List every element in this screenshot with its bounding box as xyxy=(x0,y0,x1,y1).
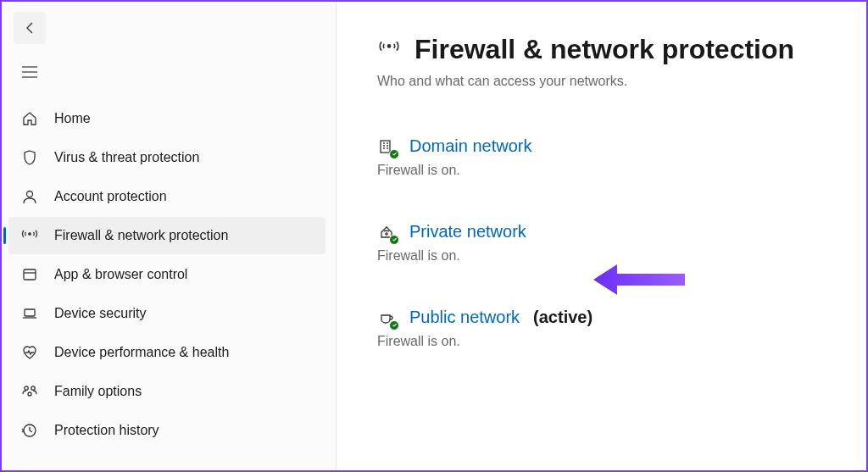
sidebar-item-label: Family options xyxy=(54,384,142,399)
sidebar-item-label: Device performance & health xyxy=(54,345,229,360)
menu-button[interactable] xyxy=(14,56,46,88)
domain-network-link[interactable]: Domain network xyxy=(409,136,532,156)
network-section-private: Private network Firewall is on. xyxy=(377,222,841,264)
check-badge-icon xyxy=(389,320,399,330)
sidebar-item-protection-history[interactable]: Protection history xyxy=(8,412,326,449)
svg-rect-14 xyxy=(381,141,390,153)
cafe-icon xyxy=(377,308,396,327)
house-network-icon xyxy=(377,223,396,242)
svg-point-11 xyxy=(28,392,31,396)
svg-point-3 xyxy=(27,192,33,197)
page-title: Firewall & network protection xyxy=(415,34,794,65)
sidebar-item-home[interactable]: Home xyxy=(8,100,326,137)
network-section-domain: Domain network Firewall is on. xyxy=(377,136,841,178)
private-network-link[interactable]: Private network xyxy=(409,222,526,242)
svg-point-13 xyxy=(387,44,390,47)
check-badge-icon xyxy=(389,149,399,159)
antenna-icon xyxy=(377,37,401,63)
active-badge: (active) xyxy=(533,308,593,327)
sidebar-item-label: Account protection xyxy=(54,189,167,204)
network-status: Firewall is on. xyxy=(377,163,841,178)
page-header: Firewall & network protection xyxy=(377,34,841,65)
history-icon xyxy=(20,421,39,440)
network-status: Firewall is on. xyxy=(377,334,841,349)
sidebar-item-label: Firewall & network protection xyxy=(54,228,228,243)
sidebar-item-device-security[interactable]: Device security xyxy=(8,295,326,332)
network-status: Firewall is on. xyxy=(377,248,841,264)
main-content: Firewall & network protection Who and wh… xyxy=(337,2,866,470)
svg-rect-7 xyxy=(25,309,35,316)
sidebar-item-label: Home xyxy=(54,111,91,126)
family-icon xyxy=(20,382,39,401)
sidebar-item-firewall[interactable]: Firewall & network protection xyxy=(8,217,326,254)
svg-point-10 xyxy=(31,386,35,390)
account-icon xyxy=(20,187,39,206)
sidebar-item-family[interactable]: Family options xyxy=(8,373,326,410)
sidebar-item-account[interactable]: Account protection xyxy=(8,178,326,215)
public-network-link[interactable]: Public network xyxy=(409,308,520,327)
building-icon xyxy=(377,137,396,156)
check-badge-icon xyxy=(389,235,399,245)
sidebar-item-label: Device security xyxy=(54,306,146,321)
svg-point-21 xyxy=(386,232,387,234)
sidebar-item-device-performance[interactable]: Device performance & health xyxy=(8,334,326,371)
svg-rect-5 xyxy=(24,269,36,280)
arrow-left-icon xyxy=(23,21,36,35)
heart-rate-icon xyxy=(20,343,39,362)
svg-point-9 xyxy=(25,386,28,390)
svg-point-4 xyxy=(29,233,31,235)
network-section-public: Public network (active) Firewall is on. xyxy=(377,308,841,349)
shield-icon xyxy=(20,148,39,167)
antenna-icon xyxy=(20,226,39,245)
sidebar-item-app-browser[interactable]: App & browser control xyxy=(8,256,326,293)
sidebar-item-virus[interactable]: Virus & threat protection xyxy=(8,139,326,176)
home-icon xyxy=(20,109,39,128)
sidebar: Home Virus & threat protection Account p… xyxy=(2,2,337,470)
laptop-icon xyxy=(20,304,39,323)
app-icon xyxy=(20,265,39,284)
sidebar-item-label: Protection history xyxy=(54,423,159,438)
back-button[interactable] xyxy=(14,12,46,44)
page-subtitle: Who and what can access your networks. xyxy=(377,74,841,89)
sidebar-item-label: App & browser control xyxy=(54,267,187,282)
hamburger-icon xyxy=(22,66,37,78)
sidebar-item-label: Virus & threat protection xyxy=(54,150,199,165)
